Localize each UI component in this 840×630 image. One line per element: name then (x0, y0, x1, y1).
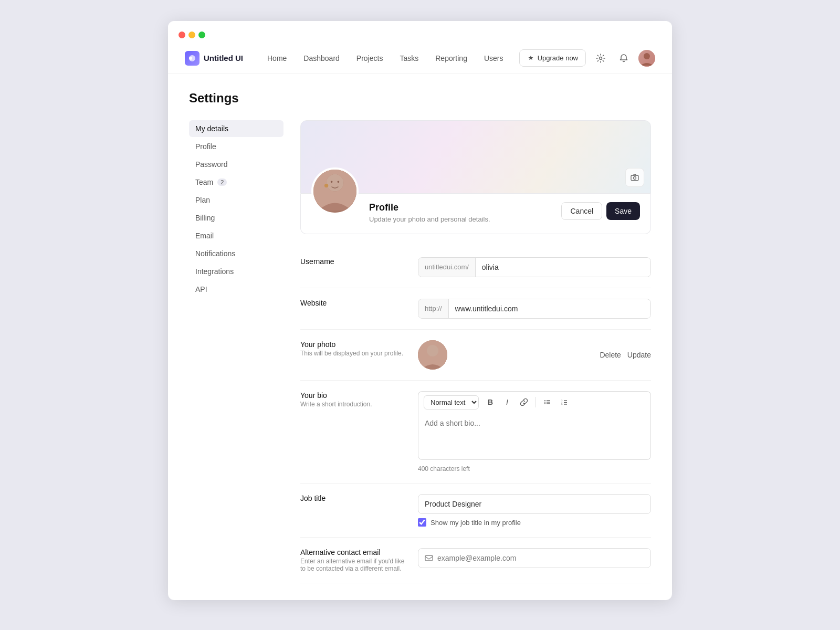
svg-point-16 (544, 402, 545, 403)
nav-dashboard[interactable]: Dashboard (296, 50, 347, 67)
delete-photo-button[interactable]: Delete (600, 351, 621, 359)
ordered-list-button[interactable]: 1. 2. 3. (557, 395, 572, 410)
cancel-button[interactable]: Cancel (561, 202, 602, 220)
website-input-group: http:// (418, 299, 651, 319)
photo-label: Your photo (300, 340, 405, 349)
sidebar-item-email[interactable]: Email (189, 227, 284, 244)
sidebar-item-my-details[interactable]: My details (189, 120, 284, 137)
sidebar-item-profile[interactable]: Profile (189, 138, 284, 155)
svg-point-4 (644, 53, 650, 59)
photo-actions: Delete Update (600, 351, 651, 359)
username-field-col: untitledui.com/ (418, 257, 651, 277)
website-input[interactable] (449, 299, 650, 318)
bio-field-col: Normal text Heading 1 Heading 2 Heading … (418, 391, 651, 472)
brand[interactable]: Untitled UI (185, 51, 243, 66)
bio-char-count: 400 characters left (418, 465, 651, 472)
upgrade-icon (527, 55, 534, 62)
sidebar-item-billing[interactable]: Billing (189, 209, 284, 226)
alt-email-label-col: Alternative contact email Enter an alter… (300, 548, 405, 572)
close-button[interactable] (178, 32, 185, 38)
job-title-field-col: Show my job title in my profile (418, 494, 651, 527)
nav-home[interactable]: Home (260, 50, 294, 67)
bio-label-col: Your bio Write a short introduction. (300, 391, 405, 408)
svg-point-9 (327, 174, 344, 192)
navbar: Untitled UI Home Dashboard Projects Task… (168, 43, 672, 74)
nav-projects[interactable]: Projects (349, 50, 391, 67)
show-job-label[interactable]: Show my job title in my profile (430, 519, 521, 527)
main-content: Settings My details Profile Password Tea… (168, 74, 672, 600)
svg-text:3.: 3. (561, 403, 563, 405)
sidebar-item-team[interactable]: Team 2 (189, 174, 284, 191)
photo-label-col: Your photo This will be displayed on you… (300, 340, 405, 357)
unordered-list-button[interactable] (540, 395, 555, 410)
sidebar-item-plan[interactable]: Plan (189, 192, 284, 208)
email-icon (425, 554, 433, 562)
sidebar-item-password[interactable]: Password (189, 156, 284, 173)
photo-row: Your photo This will be displayed on you… (300, 330, 651, 381)
sidebar-item-integrations[interactable]: Integrations (189, 263, 284, 280)
job-title-row: Job title Show my job title in my profil… (300, 484, 651, 538)
titlebar (168, 21, 672, 43)
photo-sublabel: This will be displayed on your profile. (300, 350, 405, 357)
brand-name: Untitled UI (204, 54, 243, 62)
banner-camera-button[interactable] (625, 168, 644, 187)
upgrade-button[interactable]: Upgrade now (519, 49, 586, 67)
svg-point-10 (331, 181, 333, 183)
traffic-lights (178, 29, 205, 43)
minimize-button[interactable] (188, 32, 195, 38)
bio-sublabel: Write a short introduction. (300, 401, 405, 408)
svg-point-6 (634, 177, 636, 180)
website-row: Website http:// (300, 288, 651, 330)
bio-textarea[interactable] (418, 413, 651, 460)
username-input[interactable] (476, 258, 650, 277)
avatar-image (313, 170, 356, 213)
save-button[interactable]: Save (606, 202, 640, 220)
maximize-button[interactable] (198, 32, 205, 38)
sidebar-item-notifications[interactable]: Notifications (189, 245, 284, 262)
app-window: Untitled UI Home Dashboard Projects Task… (168, 21, 672, 600)
settings-icon-button[interactable] (592, 50, 609, 67)
svg-rect-5 (631, 175, 638, 181)
job-title-input[interactable] (418, 494, 651, 514)
settings-sidebar: My details Profile Password Team 2 Plan … (189, 120, 284, 583)
username-label-col: Username (300, 257, 405, 267)
bell-icon-button[interactable] (615, 50, 632, 67)
italic-button[interactable]: I (500, 395, 514, 410)
bio-format-select[interactable]: Normal text Heading 1 Heading 2 Heading … (424, 395, 479, 410)
camera-icon (631, 173, 639, 182)
link-icon (520, 398, 528, 406)
photo-field-col: Delete Update (418, 340, 651, 370)
bio-label: Your bio (300, 391, 405, 400)
sidebar-item-api[interactable]: API (189, 281, 284, 298)
username-input-group: untitledui.com/ (418, 257, 651, 277)
job-title-label-col: Job title (300, 494, 405, 503)
nav-tasks[interactable]: Tasks (392, 50, 426, 67)
profile-actions: Cancel Save (561, 202, 640, 220)
gear-icon (596, 54, 605, 63)
show-job-checkbox[interactable] (418, 518, 426, 527)
profile-avatar (311, 167, 359, 215)
website-prefix: http:// (418, 299, 449, 318)
bio-row: Your bio Write a short introduction. Nor… (300, 381, 651, 484)
nav-links: Home Dashboard Projects Tasks Reporting … (260, 50, 519, 67)
bell-icon (619, 54, 628, 63)
team-badge: 2 (217, 178, 227, 186)
bold-button[interactable]: B (483, 395, 498, 410)
svg-point-11 (338, 181, 340, 183)
update-photo-button[interactable]: Update (627, 351, 651, 359)
svg-point-2 (600, 57, 602, 59)
svg-point-17 (544, 403, 545, 404)
website-label-col: Website (300, 299, 405, 308)
brand-icon (185, 51, 200, 66)
alt-email-input[interactable] (437, 554, 644, 562)
nav-users[interactable]: Users (477, 50, 511, 67)
username-label: Username (300, 257, 405, 266)
user-avatar-nav[interactable] (638, 50, 655, 67)
profile-avatar-wrap (311, 167, 359, 215)
alt-email-input-group (418, 548, 651, 568)
bio-toolbar: Normal text Heading 1 Heading 2 Heading … (418, 391, 651, 413)
form-section: Username untitledui.com/ Website (300, 247, 651, 583)
nav-reporting[interactable]: Reporting (428, 50, 475, 67)
svg-point-15 (544, 400, 545, 401)
link-button[interactable] (517, 395, 531, 410)
